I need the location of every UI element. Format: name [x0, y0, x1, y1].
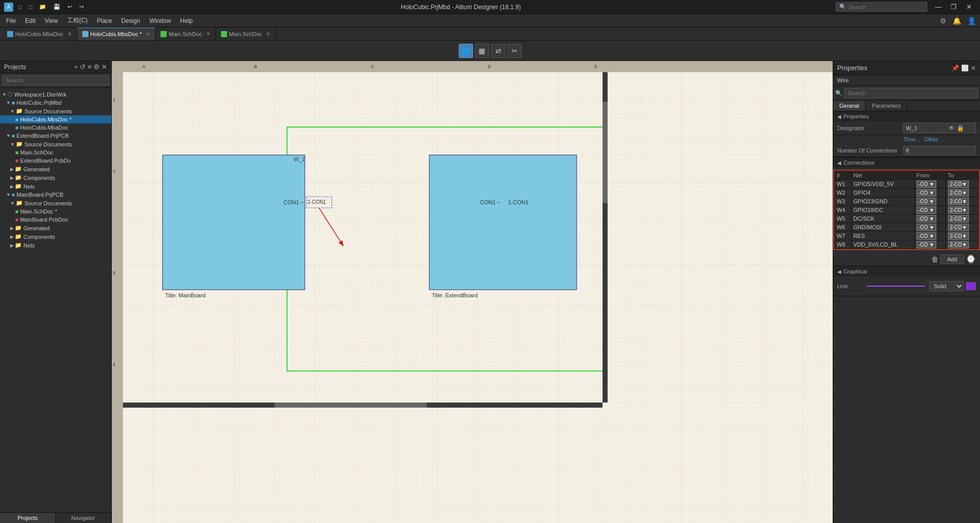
tbar-icon-4[interactable]: 💾	[51, 4, 62, 10]
sidebar-tab-navigator[interactable]: Navigator	[56, 513, 112, 523]
table-row[interactable]: W1 GPIO5/VDD_5V -CO ▼ 2-CO▼	[835, 180, 979, 189]
eye-icon[interactable]: 👁	[949, 125, 955, 132]
sidebar-refresh-icon[interactable]: ↺	[80, 63, 85, 71]
tab-mba-close[interactable]: ✕	[68, 31, 72, 37]
add-button[interactable]: Add	[940, 255, 964, 264]
connections-input[interactable]	[906, 147, 973, 153]
table-row[interactable]: W7 RES -CO ▼ 2-CO▼	[835, 232, 979, 240]
close-button[interactable]: ✕	[962, 0, 976, 14]
tab-sch1-close[interactable]: ✕	[206, 31, 210, 37]
tree-mainboard-pcb[interactable]: ■ MainBoard.PcbDoc	[0, 216, 111, 224]
tree-src-docs-2[interactable]: ▼ 📁 Source Documents	[0, 140, 111, 148]
tree-generated-1[interactable]: ▶ 📁 Generated	[0, 165, 111, 173]
table-row[interactable]: W6 GND/MOSI -CO ▼ 2-CO▼	[835, 223, 979, 232]
tab-parameters[interactable]: Parameters	[866, 101, 907, 111]
cell-to[interactable]: 2-CO▼	[945, 214, 978, 223]
cell-from[interactable]: -CO ▼	[914, 240, 945, 249]
sidebar-close-icon[interactable]: ✕	[102, 63, 107, 71]
cell-to[interactable]: 2-CO▼	[945, 197, 978, 206]
tool-grid[interactable]: ▦	[475, 44, 489, 58]
table-row[interactable]: W2 GPIO4 -CO ▼ 2-CO▼	[835, 189, 979, 197]
tab-main-sch2[interactable]: Main.SchDoc ✕	[216, 27, 276, 40]
cell-from[interactable]: -CO ▼	[914, 223, 945, 232]
table-row[interactable]: W4 GPIO18/DC -CO ▼ 2-CO▼	[835, 206, 979, 214]
cell-to[interactable]: 2-CO▼	[945, 189, 978, 197]
menu-view[interactable]: View	[41, 16, 62, 25]
titlebar-search[interactable]: 🔍	[836, 2, 927, 12]
cell-to[interactable]: 2-CO▼	[945, 232, 978, 240]
line-style-select[interactable]: Solid Dashed Dotted	[929, 281, 964, 291]
tree-mbs-doc[interactable]: ■ HoloCubis.MbsDoc *	[0, 115, 111, 124]
tab-general[interactable]: General	[833, 101, 866, 111]
tool-route[interactable]: ⇄	[491, 44, 505, 58]
tool-cut[interactable]: ✂	[508, 44, 522, 58]
tbar-undo[interactable]: ↩	[66, 4, 74, 10]
table-row[interactable]: W3 GPIO23/GND -CO ▼ 2-CO▼	[835, 197, 979, 206]
menu-help[interactable]: Help	[176, 16, 197, 25]
rp-expand-icon[interactable]: ⬜	[961, 65, 969, 72]
tab-sch2-close[interactable]: ✕	[266, 31, 270, 37]
tree-mainboard-prj[interactable]: ▼ ■ MainBoard.PrjPCB	[0, 191, 111, 199]
cell-from[interactable]: -CO ▼	[914, 214, 945, 223]
graphical-section-header[interactable]: ◀ Graphical	[833, 266, 980, 276]
cell-to[interactable]: 2-CO▼	[945, 180, 978, 189]
tree-extendboard-prj[interactable]: ▼ ■ ExtendBoard.PrjPCB	[0, 132, 111, 140]
tree-mba-doc[interactable]: ■ HoloCubis.MbaDoc	[0, 124, 111, 132]
table-row[interactable]: W8 VDD_5V/LCD_BL -CO ▼ 2-CO▼	[835, 240, 979, 249]
tree-nets-2[interactable]: ▶ 📁 Nets	[0, 241, 111, 250]
tbar-redo[interactable]: ↪	[77, 4, 86, 10]
tree-generated-2[interactable]: ▶ 📁 Generated	[0, 224, 111, 232]
watch-icon[interactable]: ⌚	[966, 254, 976, 264]
cell-from[interactable]: -CO ▼	[914, 180, 945, 189]
trash-icon[interactable]: 🗑	[931, 255, 938, 263]
user-icon[interactable]: 👤	[965, 17, 978, 25]
rp-pin-icon[interactable]: 📌	[952, 65, 959, 72]
cell-from[interactable]: -CO ▼	[914, 197, 945, 206]
tree-workspace[interactable]: ▼ ⬡ Workspace1.DsnWrk	[0, 90, 111, 99]
canvas-area[interactable]: A B C D E 1 2 3 4 Title: MainBoard Title…	[112, 61, 833, 523]
line-color-picker[interactable]	[966, 282, 976, 290]
properties-search-input[interactable]	[844, 88, 978, 98]
settings-icon[interactable]: ⚙	[938, 17, 949, 25]
tree-components-2[interactable]: ▶ 📁 Components	[0, 232, 111, 241]
cell-to[interactable]: 2-CO▼	[945, 240, 978, 249]
menu-edit[interactable]: Edit	[21, 16, 40, 25]
cell-from[interactable]: -CO ▼	[914, 189, 945, 197]
menu-project[interactable]: 工程(C)	[63, 15, 92, 26]
titlebar-search-input[interactable]	[848, 4, 920, 10]
cell-to[interactable]: 2-CO▼	[945, 206, 978, 214]
tbar-icon-3[interactable]: 📁	[37, 4, 48, 10]
menu-place[interactable]: Place	[93, 16, 116, 25]
rp-close-icon[interactable]: ✕	[971, 65, 976, 72]
lock-icon[interactable]: 🔒	[957, 125, 964, 132]
connections-section-header[interactable]: ◀ Connections	[833, 158, 980, 168]
tree-nets-1[interactable]: ▶ 📁 Nets	[0, 182, 111, 191]
tbar-icon-2[interactable]: □	[27, 4, 35, 10]
tab-main-sch1[interactable]: Main.SchDoc ✕	[155, 27, 215, 40]
cell-to[interactable]: 2-CO▼	[945, 223, 978, 232]
designator-input[interactable]	[906, 125, 946, 131]
menu-design[interactable]: Design	[117, 16, 144, 25]
tree-extend-main-sch[interactable]: ■ Main.SchDoc	[0, 148, 111, 157]
tab-holocubis-mbs[interactable]: HoloCubis.MbsDoc * ✕	[77, 27, 155, 40]
cell-from[interactable]: -CO ▼	[914, 232, 945, 240]
menu-window[interactable]: Window	[145, 16, 175, 25]
cell-from[interactable]: -CO ▼	[914, 206, 945, 214]
tab-holocubis-mba[interactable]: HoloCubis.MbaDoc ✕	[2, 27, 77, 40]
sidebar-add-icon[interactable]: +	[74, 63, 78, 71]
tbar-icon-1[interactable]: □	[16, 4, 24, 10]
tool-globe[interactable]: 🌐	[459, 44, 473, 58]
tree-src-docs-1[interactable]: ▼ 📁 Source Documents	[0, 107, 111, 115]
table-row[interactable]: W5 DC/SCK -CO ▼ 2-CO▼	[835, 214, 979, 223]
tab-mbs-close[interactable]: ✕	[146, 32, 150, 37]
tree-holocubic-prj[interactable]: ▼ ■ HoloCubic.PrjMbd	[0, 99, 111, 107]
sidebar-settings-icon[interactable]: ⚙	[93, 63, 100, 71]
other-link[interactable]: Other	[924, 136, 938, 142]
properties-section-header[interactable]: ◀ Properties	[833, 111, 980, 121]
tree-src-docs-3[interactable]: ▼ 📁 Source Documents	[0, 199, 111, 207]
maximize-button[interactable]: ❐	[946, 0, 961, 14]
sidebar-menu-icon[interactable]: ≡	[87, 63, 91, 71]
minimize-button[interactable]: —	[931, 0, 945, 14]
tree-components-1[interactable]: ▶ 📁 Components	[0, 173, 111, 182]
tree-main-sch[interactable]: ■ Main.SchDoc *	[0, 207, 111, 216]
